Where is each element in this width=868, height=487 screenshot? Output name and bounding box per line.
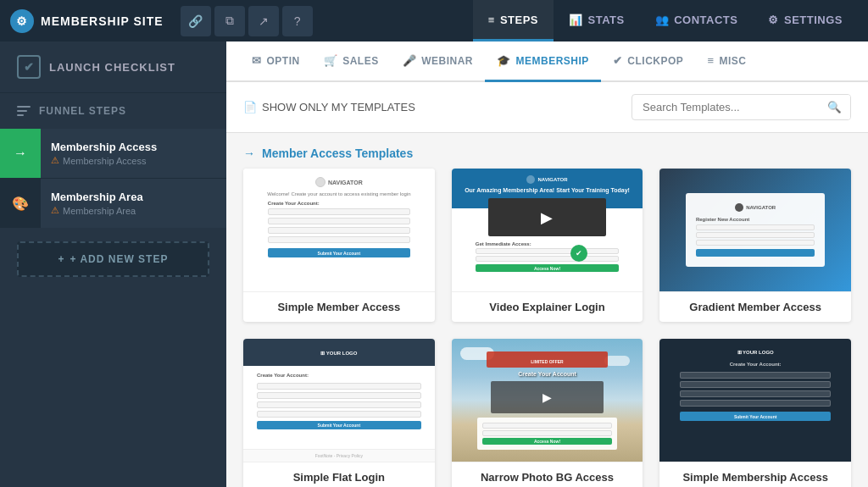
sidebar-item-membership-area[interactable]: 🎨 Membership Area ⚠ Membership Area <box>0 178 226 228</box>
document-icon: 📄 <box>243 101 257 113</box>
template-narrow-photo-bg-access[interactable]: LIMITED OFFER Create Your Account ▶ Acce… <box>452 339 643 487</box>
template-preview-gradient-member-access: NAVIGATOR Register New Account <box>659 169 851 291</box>
app-logo: ⚙ MEMBERSHIP SITE <box>10 9 164 33</box>
template-label-narrow-photo-bg-access: Narrow Photo BG Access <box>452 462 643 487</box>
template-gradient-member-access[interactable]: NAVIGATOR Register New Account Gradient … <box>659 169 851 322</box>
template-label-simple-member-access: Simple Member Access <box>243 291 435 322</box>
template-simple-flat-login[interactable]: ⊞ YOUR LOGO Create Your Account: Submit … <box>243 339 435 487</box>
template-label-simple-flat-login: Simple Flat Login <box>243 462 435 487</box>
show-only-label: SHOW ONLY MY TEMPLATES <box>262 101 415 113</box>
launch-checklist-item[interactable]: ✔ LAUNCH CHECKLIST <box>0 42 226 93</box>
template-preview-simple-flat-login: ⊞ YOUR LOGO Create Your Account: Submit … <box>243 339 435 462</box>
sidebar-item-membership-access[interactable]: → Membership Access ⚠ Membership Access <box>0 129 226 178</box>
template-preview-narrow-photo-bg-access: LIMITED OFFER Create Your Account ▶ Acce… <box>452 339 643 462</box>
email-icon: ✉ <box>252 54 262 67</box>
template-label-gradient-member-access: Gradient Member Access <box>659 291 851 322</box>
warning-icon: ⚠ <box>51 155 59 166</box>
stats-icon: 📊 <box>569 14 583 26</box>
sub-tab-webinar[interactable]: 🎤 WEBINAR <box>391 42 485 82</box>
toolbar-icons: 🔗 ⧉ ↗ ? <box>181 6 313 36</box>
gear-icon: ⚙ <box>10 9 34 33</box>
step-subtitle-membership-access: ⚠ Membership Access <box>51 155 216 166</box>
step-title-membership-access: Membership Access <box>51 141 216 153</box>
tab-steps[interactable]: ≡ STEPS <box>473 0 554 42</box>
funnel-label-text: FUNNEL STEPS <box>39 105 126 117</box>
checklist-icon: ✔ <box>17 55 41 79</box>
step-indicator-green: → <box>0 129 41 178</box>
sub-tab-clickpop[interactable]: ✔ CLICKPOP <box>601 42 696 82</box>
top-nav-tabs: ≡ STEPS 📊 STATS 👥 CONTACTS ⚙ SETTINGS <box>473 0 858 42</box>
step-content-membership-access: Membership Access ⚠ Membership Access <box>41 129 226 178</box>
step-content-membership-area: Membership Area ⚠ Membership Area <box>41 179 226 228</box>
sub-tabs-bar: ✉ OPTIN 🛒 SALES 🎤 WEBINAR 🎓 MEMBERSHIP ✔… <box>226 42 868 82</box>
section-header: → Member Access Templates <box>226 133 868 169</box>
template-preview-video-explainer-login: NAVIGATOR Our Amazing Membership Area! S… <box>452 169 643 291</box>
funnel-steps-label: FUNNEL STEPS <box>0 93 226 129</box>
templates-grid: NAVIGATOR Welcome! Create your account t… <box>226 169 868 487</box>
contacts-icon: 👥 <box>655 14 670 26</box>
settings-icon: ⚙ <box>768 14 779 26</box>
link-icon-button[interactable]: 🔗 <box>181 6 211 36</box>
step-indicator-dark: 🎨 <box>0 179 41 228</box>
template-toolbar: 📄 SHOW ONLY MY TEMPLATES 🔍 <box>226 82 868 133</box>
sub-tab-membership[interactable]: 🎓 MEMBERSHIP <box>485 42 601 82</box>
steps-icon: ≡ <box>488 14 495 26</box>
sub-tab-optin[interactable]: ✉ OPTIN <box>240 42 312 82</box>
section-title: Member Access Templates <box>262 147 413 160</box>
search-box: 🔍 <box>632 94 851 120</box>
login-icon: → <box>14 146 27 161</box>
tab-contacts[interactable]: 👥 CONTACTS <box>640 0 754 42</box>
top-navigation: ⚙ MEMBERSHIP SITE 🔗 ⧉ ↗ ? ≡ STEPS 📊 STAT… <box>0 0 868 42</box>
sub-tab-misc[interactable]: ≡ MISC <box>695 42 758 82</box>
template-label-simple-membership-access: Simple Membership Access <box>659 462 851 487</box>
template-preview-simple-membership-access: ⊞ YOUR LOGO Create Your Account: Submit … <box>659 339 851 462</box>
main-content: ✉ OPTIN 🛒 SALES 🎤 WEBINAR 🎓 MEMBERSHIP ✔… <box>226 42 868 487</box>
step-title-membership-area: Membership Area <box>51 191 216 203</box>
show-only-my-templates-button[interactable]: 📄 SHOW ONLY MY TEMPLATES <box>243 101 415 113</box>
checklist-label: LAUNCH CHECKLIST <box>49 61 175 74</box>
graduation-icon: 🎓 <box>497 54 511 67</box>
template-label-video-explainer-login: Video Explainer Login <box>452 291 643 322</box>
external-link-icon-button[interactable]: ↗ <box>248 6 279 36</box>
add-new-step-button[interactable]: + + ADD NEW STEP <box>17 241 209 277</box>
tab-stats[interactable]: 📊 STATS <box>554 0 640 42</box>
copy-icon-button[interactable]: ⧉ <box>214 6 245 36</box>
template-video-explainer-login[interactable]: NAVIGATOR Our Amazing Membership Area! S… <box>452 169 643 322</box>
misc-icon: ≡ <box>707 54 714 67</box>
template-simple-member-access[interactable]: NAVIGATOR Welcome! Create your account t… <box>243 169 435 322</box>
checkmark-icon: ✔ <box>613 54 623 67</box>
search-icon-button[interactable]: 🔍 <box>819 95 850 119</box>
palette-icon: 🎨 <box>12 196 29 212</box>
warning-icon-2: ⚠ <box>51 205 59 216</box>
plus-icon: + <box>58 253 65 265</box>
help-icon-button[interactable]: ? <box>282 6 313 36</box>
tab-settings[interactable]: ⚙ SETTINGS <box>753 0 858 42</box>
search-input[interactable] <box>632 95 819 119</box>
template-preview-simple-member-access: NAVIGATOR Welcome! Create your account t… <box>243 169 435 291</box>
template-simple-membership-access[interactable]: ⊞ YOUR LOGO Create Your Account: Submit … <box>659 339 851 487</box>
app-name: MEMBERSHIP SITE <box>41 14 164 28</box>
funnel-icon <box>17 106 31 116</box>
mic-icon: 🎤 <box>403 54 417 67</box>
sub-tab-sales[interactable]: 🛒 SALES <box>312 42 391 82</box>
cart-icon: 🛒 <box>324 54 338 67</box>
step-subtitle-membership-area: ⚠ Membership Area <box>51 205 216 216</box>
add-step-label: + ADD NEW STEP <box>70 253 169 265</box>
member-access-icon: → <box>243 147 255 160</box>
sidebar: ✔ LAUNCH CHECKLIST FUNNEL STEPS → Member… <box>0 42 226 487</box>
